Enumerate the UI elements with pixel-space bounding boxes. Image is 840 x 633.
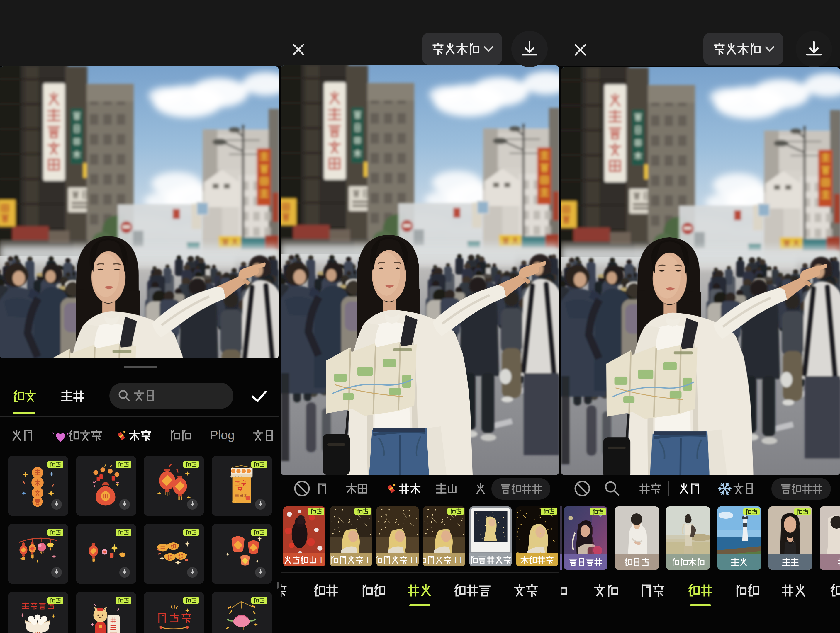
svg-text:I: I	[455, 556, 457, 565]
svg-text:I: I	[416, 556, 418, 565]
svg-text:I: I	[411, 556, 413, 565]
svg-text:I: I	[460, 556, 462, 565]
svg-text:I: I	[366, 556, 369, 565]
svg-text:I: I	[320, 556, 322, 565]
svg-text:Plog: Plog	[210, 428, 235, 442]
